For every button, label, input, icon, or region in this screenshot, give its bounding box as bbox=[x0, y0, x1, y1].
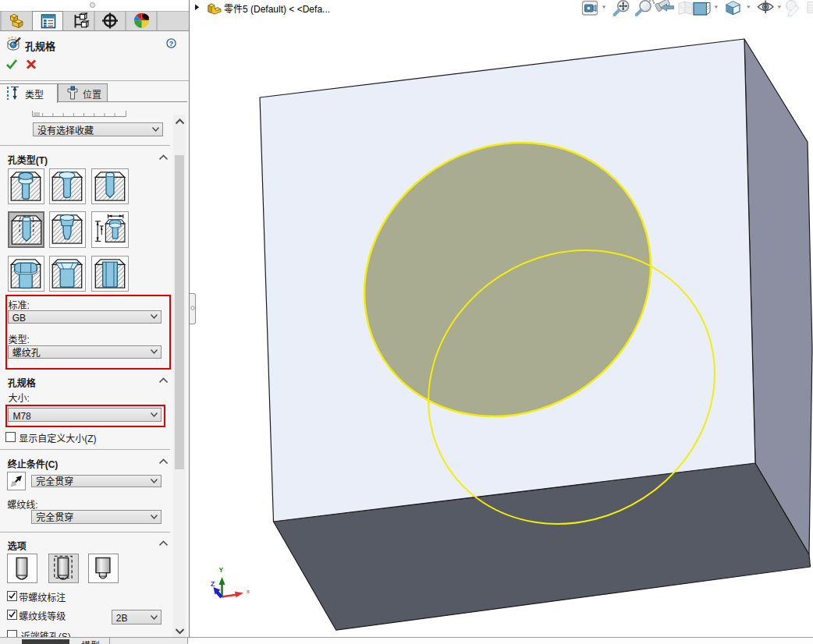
svg-text:Z: Z bbox=[211, 580, 215, 588]
svg-text:x: x bbox=[247, 588, 250, 595]
svg-text:Y: Y bbox=[219, 566, 224, 574]
svg-text:?: ? bbox=[169, 39, 174, 48]
